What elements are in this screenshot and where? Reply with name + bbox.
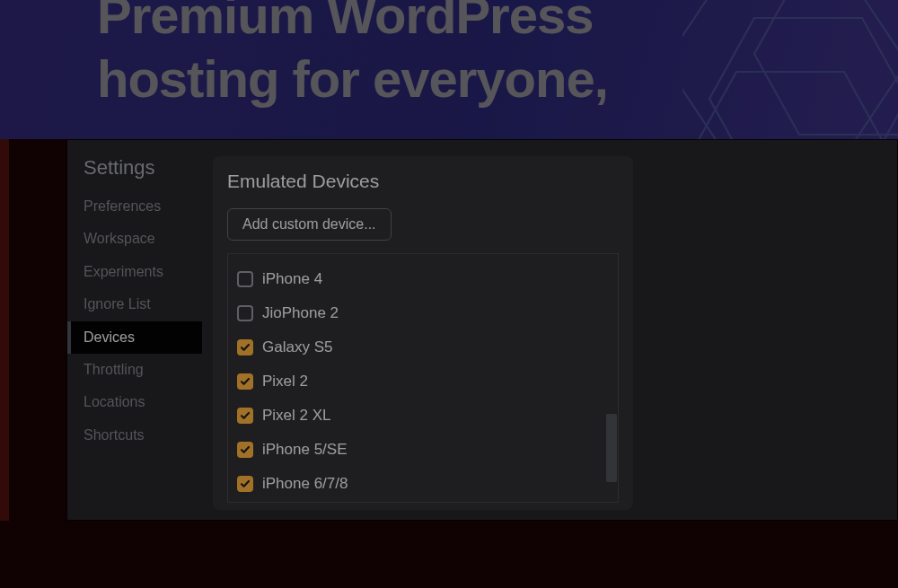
banner-decoration <box>682 0 898 139</box>
device-row-pixel2[interactable]: Pixel 2 <box>237 367 609 396</box>
settings-title: Settings <box>84 156 202 180</box>
devtools-settings-panel: Settings Preferences Workspace Experimen… <box>66 139 898 521</box>
checkbox-checked-icon[interactable] <box>237 408 253 424</box>
device-list: iPhone 4 JioPhone 2 Galaxy S5 <box>228 254 618 502</box>
device-row-iphone5se[interactable]: iPhone 5/SE <box>237 435 609 464</box>
checkbox-unchecked-icon[interactable] <box>237 271 253 287</box>
sidebar-item-preferences[interactable]: Preferences <box>84 190 202 223</box>
emulated-devices-panel: Emulated Devices Add custom device... iP… <box>213 156 633 510</box>
headline-line-2: hosting for everyone, <box>97 49 608 108</box>
banner-headline: Premium WordPress hosting for everyone, <box>97 0 608 111</box>
device-label: iPhone 5/SE <box>262 441 348 459</box>
device-list-container: iPhone 4 JioPhone 2 Galaxy S5 <box>227 253 619 503</box>
settings-main: Emulated Devices Add custom device... iP… <box>202 140 897 520</box>
checkbox-checked-icon[interactable] <box>237 442 253 458</box>
sidebar-item-devices[interactable]: Devices <box>67 321 202 354</box>
checkbox-checked-icon[interactable] <box>237 373 253 390</box>
panel-title: Emulated Devices <box>227 171 619 192</box>
device-label: Pixel 2 XL <box>262 407 331 425</box>
device-label: Pixel 2 <box>262 373 308 391</box>
device-row-iphone4[interactable]: iPhone 4 <box>237 265 609 294</box>
sidebar-item-throttling[interactable]: Throttling <box>84 354 202 386</box>
checkbox-checked-icon[interactable] <box>237 476 253 492</box>
device-row-galaxy-s5[interactable]: Galaxy S5 <box>237 333 609 362</box>
device-label: iPhone 4 <box>262 270 322 288</box>
settings-sidebar: Settings Preferences Workspace Experimen… <box>67 140 202 520</box>
sidebar-item-ignore-list[interactable]: Ignore List <box>84 288 202 320</box>
sidebar-item-locations[interactable]: Locations <box>84 386 202 418</box>
device-label: iPhone 6/7/8 <box>262 475 348 493</box>
sidebar-item-shortcuts[interactable]: Shortcuts <box>84 419 202 452</box>
device-row-jiophone2[interactable]: JioPhone 2 <box>237 299 609 328</box>
page-banner: Premium WordPress hosting for everyone, <box>0 0 898 139</box>
device-row-pixel2xl[interactable]: Pixel 2 XL <box>237 401 609 430</box>
add-custom-device-button[interactable]: Add custom device... <box>227 208 392 241</box>
sidebar-item-experiments[interactable]: Experiments <box>84 256 202 288</box>
device-row-iphone678[interactable]: iPhone 6/7/8 <box>237 470 609 498</box>
headline-line-1: Premium WordPress <box>97 0 593 44</box>
device-label: JioPhone 2 <box>262 304 339 322</box>
device-label: Galaxy S5 <box>262 338 332 356</box>
checkbox-checked-icon[interactable] <box>237 339 253 355</box>
checkbox-unchecked-icon[interactable] <box>237 305 253 321</box>
left-edge-strip <box>0 139 9 521</box>
sidebar-item-workspace[interactable]: Workspace <box>84 223 202 255</box>
scrollbar-thumb[interactable] <box>606 414 617 482</box>
